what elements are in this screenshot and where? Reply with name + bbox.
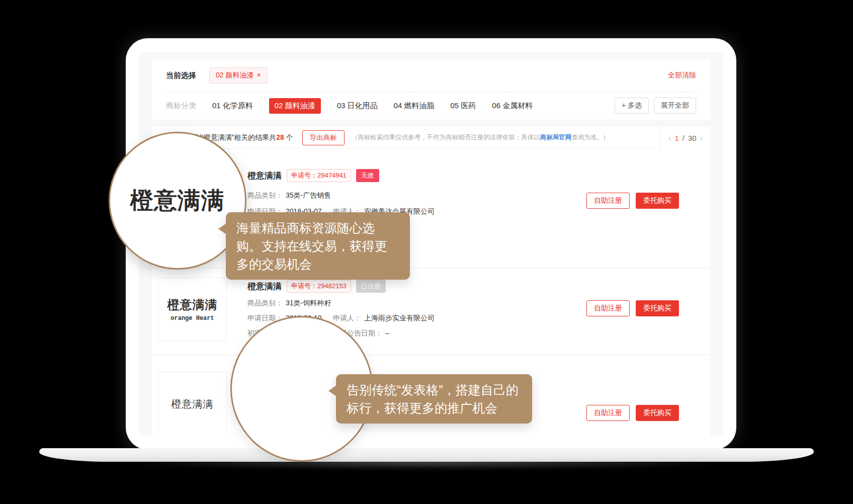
category-item-03[interactable]: 03 日化用品 xyxy=(337,101,378,111)
filter-panel: 当前选择 02 颜料油漆× 全部清除 商标分类 01 化学原料 02 颜料油漆 … xyxy=(152,59,710,120)
self-register-button[interactable]: 自助注册 xyxy=(586,193,630,209)
result-row-2: 橙意满满 orange Heart 橙意满满 申请号：29482153 已注册 … xyxy=(152,268,710,355)
category-row: 商标分类 01 化学原料 02 颜料油漆 03 日化用品 04 燃料油脂 05 … xyxy=(152,92,710,120)
results-summary-suffix: 个 xyxy=(284,133,293,141)
expand-all-button[interactable]: 展开全部 xyxy=(654,98,696,114)
trademark-image-subtext: orange Heart xyxy=(170,315,214,322)
category-item-01[interactable]: 01 化学原料 xyxy=(212,101,253,111)
callout-promotion: 告别传统“发表格”，搭建自己的标行，获得更多的推广机会 xyxy=(336,374,532,424)
application-number-value: 29482153 xyxy=(317,282,347,290)
trademark-office-link[interactable]: 商标局官网 xyxy=(540,134,572,141)
category-item-02-selected[interactable]: 02 颜料油漆 xyxy=(269,98,321,114)
field-label: 商品类别： xyxy=(247,191,283,199)
pagination-separator: / xyxy=(683,134,685,142)
row-actions: 自助注册 委托购买 xyxy=(586,193,679,209)
callout-marketplace: 海量精品商标资源随心选购。支持在线交易，获得更多的交易机会 xyxy=(226,212,410,280)
application-number-value: 29474941 xyxy=(317,172,347,179)
field-label: 申请人： xyxy=(333,314,361,322)
disclaimer-text: （商标检索结果仅供参考，不作为商标能否注册的法律依据；具体以商标局官网查询为准。… xyxy=(352,133,610,142)
trademark-name: 橙意满满 xyxy=(247,170,282,182)
result-row-2-content: 橙意满满 orange Heart 橙意满满 申请号：29482153 已注册 … xyxy=(152,268,710,355)
selected-filter-tag[interactable]: 02 颜料油漆× xyxy=(209,67,268,83)
category-item-06[interactable]: 06 金属材料 xyxy=(492,101,533,111)
field-applicant: 申请人：上海雨步实业有限公司 xyxy=(333,314,435,323)
category-buttons: + 多选 展开全部 xyxy=(615,98,696,114)
category-item-05[interactable]: 05 医药 xyxy=(450,101,476,111)
trademark-image-card[interactable]: 橙意满满 xyxy=(158,372,227,436)
trademark-image-text: 橙意满满 xyxy=(167,297,218,313)
current-selection-row: 当前选择 02 颜料油漆× 全部清除 xyxy=(152,59,710,92)
disclaimer-suffix: 查询为准。） xyxy=(571,134,609,141)
category-row-label: 商标分类 xyxy=(166,101,196,111)
entrust-buy-button[interactable]: 委托购买 xyxy=(636,405,679,421)
self-register-button[interactable]: 自助注册 xyxy=(586,405,630,421)
title-line: 橙意满满 申请号：29482153 已注册 xyxy=(247,280,386,293)
self-register-button[interactable]: 自助注册 xyxy=(586,300,630,316)
application-number-label: 申请号： xyxy=(291,282,317,290)
status-badge: 已注册 xyxy=(356,280,386,293)
application-number-label: 申请号： xyxy=(291,172,317,179)
trademark-name: 橙意满满 xyxy=(247,281,282,292)
pagination-current-page: 1 xyxy=(674,134,678,142)
disclaimer-prefix: （商标检索结果仅供参考，不作为商标能否注册的法律依据；具体以 xyxy=(352,134,540,141)
application-number-tag: 申请号：29482153 xyxy=(287,280,351,293)
chevron-left-icon[interactable]: ‹ xyxy=(668,133,671,142)
multi-select-button[interactable]: + 多选 xyxy=(615,98,649,114)
entrust-buy-button[interactable]: 委托购买 xyxy=(636,193,679,209)
chevron-right-icon[interactable]: › xyxy=(700,133,703,142)
field-value: 上海雨步实业有限公司 xyxy=(364,314,435,322)
title-line: 橙意满满 申请号：29474941 无效 xyxy=(247,169,379,182)
results-header: 为您检索到“橙意满满”相关的结果共28 个 导出商标 （商标检索结果仅供参考，不… xyxy=(152,127,710,149)
field-label: 商品类别： xyxy=(247,299,283,307)
status-badge: 无效 xyxy=(356,169,379,182)
field-category: 商品类别：35类-广告销售 xyxy=(247,191,331,200)
field-value: 31类-饲料种籽 xyxy=(286,299,331,307)
field-value: 35类-广告销售 xyxy=(286,191,331,199)
laptop-base xyxy=(39,448,814,462)
export-trademark-button[interactable]: 导出商标 xyxy=(302,130,345,145)
magnified-trademark-text: 橙意满满 xyxy=(130,185,225,216)
pagination-total-pages: 30 xyxy=(688,134,697,142)
application-number-tag: 申请号：29474941 xyxy=(287,169,351,182)
current-selection-label: 当前选择 xyxy=(166,71,196,80)
field-value: – xyxy=(385,329,389,337)
selected-filter-tag-label: 02 颜料油漆 xyxy=(216,71,253,79)
entrust-buy-button[interactable]: 委托购买 xyxy=(636,300,679,316)
trademark-image-text: 橙意满满 xyxy=(172,397,214,411)
row-actions: 自助注册 委托购买 xyxy=(586,300,679,316)
clear-all-button[interactable]: 全部清除 xyxy=(668,71,696,80)
close-icon[interactable]: × xyxy=(257,71,261,79)
pagination: ‹ 1 / 30 › xyxy=(660,127,710,149)
field-category: 商品类别：31类-饲料种籽 xyxy=(247,299,331,308)
results-count: 28 xyxy=(276,133,284,141)
trademark-image-card[interactable]: 橙意满满 orange Heart xyxy=(158,278,227,341)
category-item-04[interactable]: 04 燃料油脂 xyxy=(394,101,435,111)
row-actions: 自助注册 委托购买 xyxy=(586,405,679,421)
